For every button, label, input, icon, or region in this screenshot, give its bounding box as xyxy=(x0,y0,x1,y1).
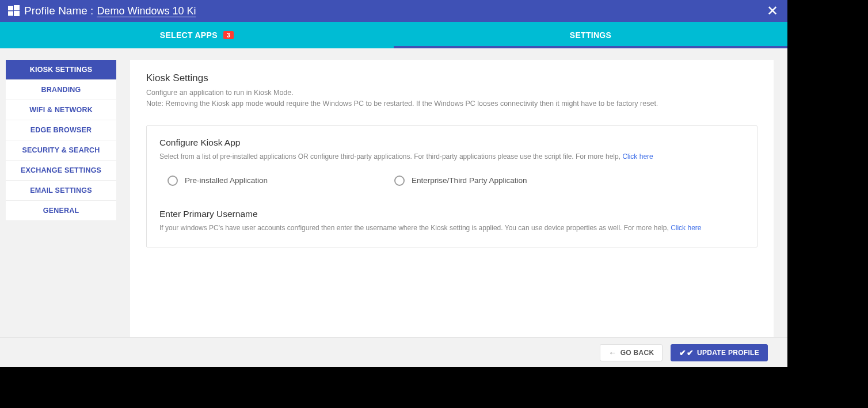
arrow-left-icon: ← xyxy=(608,349,616,357)
sidebar-item-branding[interactable]: BRANDING xyxy=(6,80,116,100)
sidebar-item-general[interactable]: GENERAL xyxy=(6,201,116,221)
configure-kiosk-panel: Configure Kiosk App Select from a list o… xyxy=(146,125,757,247)
tab-label: SETTINGS xyxy=(570,30,611,40)
radio-icon xyxy=(167,176,178,186)
configure-title: Configure Kiosk App xyxy=(159,138,744,148)
header-bar: Profile Name : Demo Windows 10 Ki ✕ xyxy=(0,0,787,22)
svg-rect-1 xyxy=(14,5,20,10)
settings-sidebar: KIOSK SETTINGS BRANDING WIFI & NETWORK E… xyxy=(6,60,116,337)
configure-help-link[interactable]: Click here xyxy=(622,152,653,161)
kiosk-app-type-radios: Pre-installed Application Enterprise/Thi… xyxy=(167,176,744,186)
profile-name-label: Profile Name : xyxy=(24,5,93,17)
tab-settings[interactable]: SETTINGS xyxy=(394,22,787,48)
go-back-button[interactable]: ← GO BACK xyxy=(600,344,663,361)
svg-rect-3 xyxy=(14,11,20,16)
footer-bar: ← GO BACK ✔✔ UPDATE PROFILE xyxy=(0,337,787,367)
sidebar-item-edge-browser[interactable]: EDGE BROWSER xyxy=(6,120,116,140)
tab-bar: SELECT APPS 3 SETTINGS xyxy=(0,22,787,48)
sidebar-item-kiosk-settings[interactable]: KIOSK SETTINGS xyxy=(6,60,116,80)
page-title: Kiosk Settings xyxy=(146,73,757,84)
primary-username-section: Enter Primary Username If your windows P… xyxy=(159,209,744,233)
tab-label: SELECT APPS xyxy=(160,30,218,40)
apps-count-badge: 3 xyxy=(223,31,234,39)
check-all-icon: ✔✔ xyxy=(679,349,694,357)
configure-desc: Select from a list of pre-installed appl… xyxy=(159,151,744,162)
page-note: Note: Removing the Kiosk app mode would … xyxy=(146,98,757,109)
svg-rect-2 xyxy=(8,12,13,16)
close-icon[interactable]: ✕ xyxy=(767,4,778,18)
sidebar-item-wifi-network[interactable]: WIFI & NETWORK xyxy=(6,100,116,120)
radio-icon xyxy=(394,176,405,186)
body: KIOSK SETTINGS BRANDING WIFI & NETWORK E… xyxy=(0,48,787,337)
profile-name-value[interactable]: Demo Windows 10 Ki xyxy=(97,5,196,17)
page-desc: Configure an application to run in Kiosk… xyxy=(146,87,757,98)
main-panel: Kiosk Settings Configure an application … xyxy=(130,60,774,337)
username-title: Enter Primary Username xyxy=(159,209,744,219)
username-help-link[interactable]: Click here xyxy=(671,224,701,232)
username-desc: If your windows PC's have user accounts … xyxy=(159,223,744,233)
windows-icon xyxy=(8,5,20,17)
app-frame: Profile Name : Demo Windows 10 Ki ✕ SELE… xyxy=(0,0,787,367)
radio-preinstalled[interactable]: Pre-installed Application xyxy=(167,176,268,186)
svg-rect-0 xyxy=(8,6,13,10)
radio-enterprise[interactable]: Enterprise/Third Party Application xyxy=(394,176,527,186)
tab-select-apps[interactable]: SELECT APPS 3 xyxy=(0,22,394,48)
sidebar-item-email-settings[interactable]: EMAIL SETTINGS xyxy=(6,181,116,201)
update-profile-button[interactable]: ✔✔ UPDATE PROFILE xyxy=(671,344,768,361)
sidebar-item-security-search[interactable]: SECURITY & SEARCH xyxy=(6,140,116,161)
sidebar-item-exchange-settings[interactable]: EXCHANGE SETTINGS xyxy=(6,161,116,181)
